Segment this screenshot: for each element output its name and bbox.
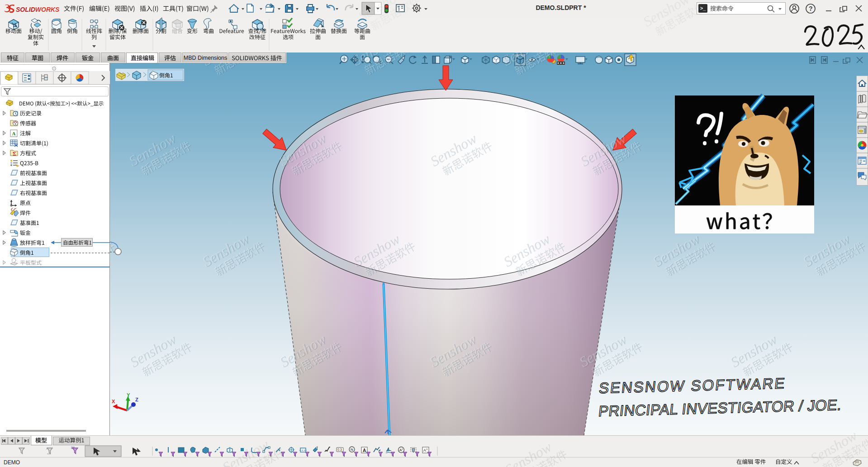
svg-text:Z: Z xyxy=(135,397,138,402)
svg-text:X: X xyxy=(112,399,115,404)
svg-text:Σ: Σ xyxy=(13,151,16,157)
svg-text:?: ? xyxy=(809,5,813,12)
svg-text:A: A xyxy=(12,131,16,136)
svg-text:Y: Y xyxy=(127,392,130,398)
svg-text:SOLIDWORKS: SOLIDWORKS xyxy=(16,6,60,13)
svg-text:0.3: 0.3 xyxy=(337,448,342,451)
svg-text:N: N xyxy=(351,448,353,452)
svg-text:A°: A° xyxy=(399,448,403,452)
svg-text:A: A xyxy=(363,448,366,453)
